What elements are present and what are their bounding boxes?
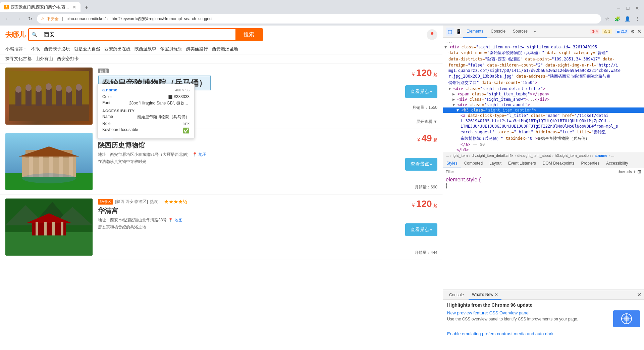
device-toolbar-button[interactable]: 📱 xyxy=(454,28,463,36)
active-tab[interactable]: 去 西安景点门票,西安门票价格,西安... ✕ xyxy=(0,2,80,12)
location-icon[interactable]: 📍 xyxy=(427,29,437,40)
back-button[interactable]: ← xyxy=(3,14,12,24)
filter-item-culture[interactable]: 探寻文化古都 xyxy=(5,56,32,62)
whats-new-item-link[interactable]: Enable emulating prefers-contrast media … xyxy=(447,331,640,336)
filter-item-unlimited[interactable]: 不限 xyxy=(31,46,40,52)
new-tab-button[interactable]: + xyxy=(82,3,91,12)
attraction-name[interactable]: 陕西历史博物馆 xyxy=(98,141,378,150)
filter-item-spa[interactable]: 陕西温泉季 xyxy=(135,46,156,52)
tab-computed[interactable]: Computed xyxy=(461,159,486,168)
breadcrumb-end[interactable]: ... xyxy=(611,154,614,158)
close-devtools-button[interactable]: ✕ xyxy=(637,28,641,35)
html-line-selected[interactable]: ▼ <h3 class="sight_item_caption"> xyxy=(443,107,644,113)
html-line[interactable]: <a data-click-type="l_title" class="name… xyxy=(443,113,644,118)
maximize-button[interactable]: □ xyxy=(624,4,632,12)
tab-sources[interactable]: Sources xyxy=(509,26,531,38)
html-line[interactable]: data-sight-name="秦始皇帝陵博物院（兵马俑）" data-sig… xyxy=(443,50,644,56)
html-line[interactable]: 1TNEJUU4JUE1JU3GJUU4JUE1JU3FFJTg5TI2ZnQl… xyxy=(443,124,644,129)
more-menu-button[interactable]: ⋮ xyxy=(633,15,641,23)
search-input[interactable] xyxy=(40,29,235,40)
error-count[interactable]: ⊗ 4 xyxy=(590,29,599,34)
search-button[interactable]: 搜索 xyxy=(235,29,262,40)
map-link[interactable]: 📍 地图 xyxy=(168,217,182,223)
html-line[interactable]: ▶ <div class="sight_item_show">...</div> xyxy=(443,97,644,102)
breadcrumb-sight-item[interactable]: ight_item xyxy=(453,154,468,158)
settings-button[interactable]: ⚙ xyxy=(631,29,635,34)
add-style-rule-button[interactable]: + xyxy=(633,169,636,174)
view-attraction-button[interactable]: 查看景点» xyxy=(405,158,437,171)
breadcrumb-aname[interactable]: a.name xyxy=(595,154,607,158)
info-count[interactable]: ☰ 210 xyxy=(615,29,629,34)
refresh-button[interactable]: ↻ xyxy=(25,14,35,24)
html-line[interactable]: ▶ <span class="sight_item_topbg"></span> xyxy=(443,91,644,97)
whats-new-item-link[interactable]: New preview feature: CSS Overview panel xyxy=(447,310,610,315)
filter-item-kids[interactable]: 西安亲子必玩 xyxy=(44,46,70,52)
address-bar[interactable]: ⚠ 不安全 | piao.qunar.com/ticket/list.htm?k… xyxy=(37,14,601,24)
extensions-button[interactable]: 🧩 xyxy=(613,15,621,23)
tab-console-bottom[interactable]: Console xyxy=(446,290,467,300)
html-line[interactable]: foreign="false" data-children-count="2" … xyxy=(443,62,644,68)
html-line[interactable]: ▼ <div class="sight_item mp-role= sighti… xyxy=(443,44,644,50)
svg-rect-25 xyxy=(69,157,73,177)
price-value: 49 xyxy=(421,133,432,143)
minimize-button[interactable]: ─ xyxy=(614,4,623,12)
breadcrumb-detail[interactable]: div.sight_item_detail.clrfix xyxy=(472,154,514,158)
svg-point-9 xyxy=(46,83,52,90)
filter-item-hotspring[interactable]: 西安泡汤圣地 xyxy=(212,46,238,52)
tab-whats-new[interactable]: What's New ✕ xyxy=(469,290,501,300)
attraction-name[interactable]: 华清宫 xyxy=(98,206,378,215)
forward-button[interactable]: → xyxy=(14,14,23,24)
bottom-content: Highlights from the Chrome 96 update New… xyxy=(443,300,644,350)
filter-item-mountain[interactable]: 山外有山 xyxy=(36,56,53,62)
bottom-panel: Console What's New ✕ ✕ Highlights from t… xyxy=(443,290,644,350)
filter-item-baby[interactable]: 帝宝贝玩乐 xyxy=(160,46,182,52)
close-bottom-panel-button[interactable]: ✕ xyxy=(637,292,641,298)
map-link[interactable]: 📍 地图 xyxy=(192,152,206,158)
pseudo-state-button[interactable]: :hov xyxy=(618,170,625,174)
bookmark-star-button[interactable]: ☆ xyxy=(603,15,611,23)
warn-count[interactable]: ⚠ 1 xyxy=(602,29,612,34)
tab-accessibility[interactable]: Accessibility xyxy=(603,159,631,168)
tab-styles[interactable]: Styles xyxy=(443,159,461,168)
profile-button[interactable]: 👤 xyxy=(623,15,631,23)
inspect-element-button[interactable]: ⬚ xyxy=(446,28,454,36)
svg-rect-28 xyxy=(5,232,93,256)
breadcrumb-ellipsis[interactable]: ... xyxy=(446,154,449,158)
filter-item-nature[interactable]: 就是爱大自然 xyxy=(74,46,100,52)
html-line[interactable]: 俑馆公路交叉口" data-sale-count="1550"> xyxy=(443,80,644,86)
tab-console[interactable]: Console xyxy=(487,26,509,38)
elements-html-tree: ... ▼ <div class="sight_item mp-role= si… xyxy=(443,38,644,152)
tab-close-button[interactable]: ✕ xyxy=(72,4,76,10)
breadcrumb-about[interactable]: div.sight_item_about xyxy=(517,154,551,158)
html-line[interactable]: </a> == $0 xyxy=(443,142,644,147)
filter-item-show[interactable]: 西安演出在线 xyxy=(104,46,130,52)
tooltip-font-label: Font xyxy=(102,100,110,106)
tab-elements[interactable]: Elements xyxy=(463,26,487,38)
styles-filter-input[interactable] xyxy=(446,170,617,174)
close-whats-new-button[interactable]: ✕ xyxy=(495,292,498,297)
view-attraction-button[interactable]: 查看景点» xyxy=(405,85,437,98)
html-line[interactable]: r.jpg_280x200_13b0a5ba.jpg" data-address… xyxy=(443,73,644,80)
close-window-button[interactable]: ✕ xyxy=(633,4,641,12)
cls-button[interactable]: .cls xyxy=(626,170,632,174)
tab-event-listeners[interactable]: Event Listeners xyxy=(505,159,539,168)
html-line[interactable]: ▼ <div class="sight_item_about"> xyxy=(443,102,644,107)
html-line[interactable]: 帝陵博物院（兵马俑）" tabindex="0">秦始皇帝陵博物院（兵马俑） xyxy=(443,135,644,142)
filter-item-silk[interactable]: 醉美丝路行 xyxy=(186,46,208,52)
html-line[interactable]: </h3> xyxy=(443,147,644,152)
whats-new-item-desc: Use the CSS overview panel to identify C… xyxy=(447,316,610,322)
more-tabs-button[interactable]: » xyxy=(532,29,538,34)
html-line[interactable]: ▼ <div class="sight_item_detail clrfix"> xyxy=(443,86,644,91)
tab-properties[interactable]: Properties xyxy=(578,159,603,168)
tab-dom-breakpoints[interactable]: DOM Breakpoints xyxy=(539,159,578,168)
expand-button[interactable]: 展开查看 ▼ xyxy=(416,119,437,125)
html-line[interactable]: mg1.quanarzz.com/sight/p0/1411/61/d92ba6… xyxy=(443,68,644,73)
html-line[interactable]: l_3261940195.html?st=a3clMoQ1RTg1QTUlQkY… xyxy=(443,118,644,124)
new-style-rule-button[interactable]: ⊞ xyxy=(637,169,641,174)
view-attraction-button[interactable]: 查看景点» xyxy=(405,223,437,236)
tab-layout[interactable]: Layout xyxy=(486,159,505,168)
html-line[interactable]: data-districts="陕西·西安·临潼区" data-point="1… xyxy=(443,56,644,62)
html-line[interactable]: earch_suggest" target="_blank" hidefocus… xyxy=(443,129,644,135)
breadcrumb-caption[interactable]: h3.sight_item_caption xyxy=(555,154,591,158)
filter-item-must[interactable]: 西安必打卡 xyxy=(57,56,79,62)
